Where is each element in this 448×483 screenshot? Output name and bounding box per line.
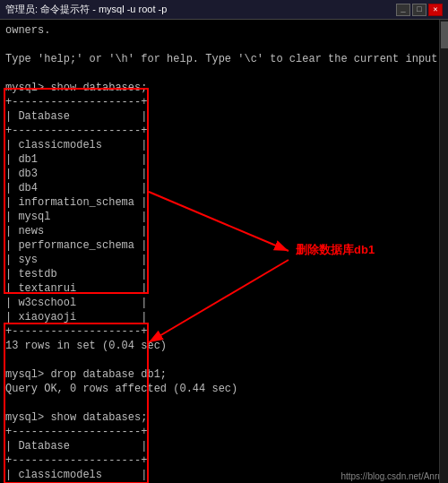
scrollbar-thumb[interactable] xyxy=(441,22,448,48)
db-row: | w3cschool | xyxy=(5,296,443,310)
terminal-blank xyxy=(5,353,443,367)
url-bar: https://blog.csdn.net/Anrui xyxy=(340,471,444,481)
table2-col-header: | Database | xyxy=(5,439,443,453)
db-row: | xiaoyaoji | xyxy=(5,310,443,324)
db-row: | db4 | xyxy=(5,181,443,195)
table-sep: +--------------------+ xyxy=(5,124,443,138)
terminal: owners. Type 'help;' or '\h' for help. T… xyxy=(0,20,448,483)
db-row: | db1 | xyxy=(5,152,443,167)
terminal-line: Type 'help;' or '\h' for help. Type '\c'… xyxy=(5,52,443,66)
title-bar-buttons: _ □ ✕ xyxy=(396,4,443,16)
db-row: | db3 | xyxy=(5,167,443,181)
close-button[interactable]: ✕ xyxy=(428,4,443,16)
table-top-border: +--------------------+ xyxy=(5,95,443,109)
table2-sep: +--------------------+ xyxy=(5,453,443,468)
terminal-blank xyxy=(5,396,443,410)
command-drop-db: mysql> drop database db1; xyxy=(5,367,443,382)
table2-top-border: +--------------------+ xyxy=(5,425,443,439)
db-row: | testdb | xyxy=(5,267,443,281)
table-bottom-border: +--------------------+ xyxy=(5,324,443,339)
db-row: | news | xyxy=(5,224,443,238)
title-bar: 管理员: 命令提示符 - mysql -u root -p _ □ ✕ xyxy=(0,0,448,20)
db-row: | textanrui | xyxy=(5,281,443,296)
annotation-label: 删除数据库db1 xyxy=(296,242,375,258)
terminal-line xyxy=(5,38,443,52)
maximize-button[interactable]: □ xyxy=(412,4,426,16)
command-show-db2: mysql> show databases; xyxy=(5,410,443,425)
terminal-line: owners. xyxy=(5,23,443,38)
db-row: | mysql | xyxy=(5,210,443,224)
db-row: | performance_schema | xyxy=(5,238,443,253)
scrollbar[interactable] xyxy=(439,20,448,483)
command-show-db1: mysql> show databases; xyxy=(5,81,443,95)
db-row: | sys | xyxy=(5,253,443,267)
row-count-1: 13 rows in set (0.04 sec) xyxy=(5,339,443,353)
query-ok: Query OK, 0 rows affected (0.44 sec) xyxy=(5,382,443,396)
table-col-header: | Database | xyxy=(5,109,443,124)
terminal-line xyxy=(5,66,443,81)
minimize-button[interactable]: _ xyxy=(396,4,410,16)
db-row: | information_schema | xyxy=(5,195,443,210)
title-bar-text: 管理员: 命令提示符 - mysql -u root -p xyxy=(5,3,167,16)
db-row: | classicmodels | xyxy=(5,138,443,152)
